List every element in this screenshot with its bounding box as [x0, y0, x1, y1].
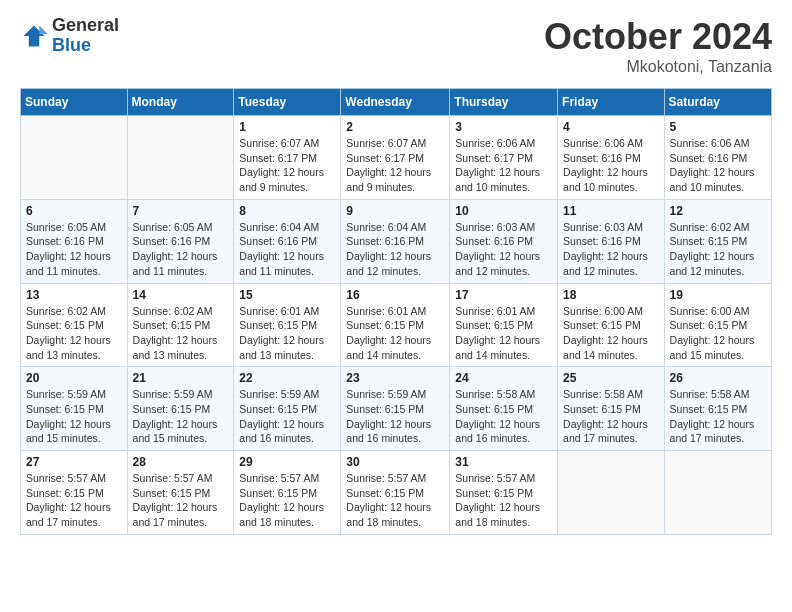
day-number: 25 [563, 371, 659, 385]
day-info: Sunrise: 5:59 AM Sunset: 6:15 PM Dayligh… [346, 387, 444, 446]
logo-general-text: General [52, 16, 119, 36]
day-info: Sunrise: 5:57 AM Sunset: 6:15 PM Dayligh… [133, 471, 229, 530]
day-info: Sunrise: 5:57 AM Sunset: 6:15 PM Dayligh… [26, 471, 122, 530]
calendar-body: 1Sunrise: 6:07 AM Sunset: 6:17 PM Daylig… [21, 116, 772, 535]
calendar-cell: 13Sunrise: 6:02 AM Sunset: 6:15 PM Dayli… [21, 283, 128, 367]
day-number: 12 [670, 204, 766, 218]
day-number: 30 [346, 455, 444, 469]
calendar-cell: 6Sunrise: 6:05 AM Sunset: 6:16 PM Daylig… [21, 199, 128, 283]
day-info: Sunrise: 6:01 AM Sunset: 6:15 PM Dayligh… [346, 304, 444, 363]
calendar-week-row: 6Sunrise: 6:05 AM Sunset: 6:16 PM Daylig… [21, 199, 772, 283]
calendar-cell: 8Sunrise: 6:04 AM Sunset: 6:16 PM Daylig… [234, 199, 341, 283]
day-info: Sunrise: 6:01 AM Sunset: 6:15 PM Dayligh… [455, 304, 552, 363]
day-number: 27 [26, 455, 122, 469]
location-title: Mkokotoni, Tanzania [544, 58, 772, 76]
day-info: Sunrise: 6:00 AM Sunset: 6:15 PM Dayligh… [563, 304, 659, 363]
calendar-cell [664, 451, 771, 535]
day-number: 22 [239, 371, 335, 385]
title-block: October 2024 Mkokotoni, Tanzania [544, 16, 772, 76]
day-info: Sunrise: 6:05 AM Sunset: 6:16 PM Dayligh… [26, 220, 122, 279]
day-info: Sunrise: 5:57 AM Sunset: 6:15 PM Dayligh… [346, 471, 444, 530]
day-number: 21 [133, 371, 229, 385]
day-info: Sunrise: 6:07 AM Sunset: 6:17 PM Dayligh… [346, 136, 444, 195]
calendar-cell [21, 116, 128, 200]
calendar-cell: 10Sunrise: 6:03 AM Sunset: 6:16 PM Dayli… [450, 199, 558, 283]
day-number: 18 [563, 288, 659, 302]
weekday-row: SundayMondayTuesdayWednesdayThursdayFrid… [21, 89, 772, 116]
day-info: Sunrise: 5:59 AM Sunset: 6:15 PM Dayligh… [133, 387, 229, 446]
calendar-cell: 4Sunrise: 6:06 AM Sunset: 6:16 PM Daylig… [558, 116, 665, 200]
calendar-cell: 2Sunrise: 6:07 AM Sunset: 6:17 PM Daylig… [341, 116, 450, 200]
day-info: Sunrise: 6:07 AM Sunset: 6:17 PM Dayligh… [239, 136, 335, 195]
day-number: 20 [26, 371, 122, 385]
calendar-cell: 12Sunrise: 6:02 AM Sunset: 6:15 PM Dayli… [664, 199, 771, 283]
logo-blue-text: Blue [52, 36, 119, 56]
day-number: 15 [239, 288, 335, 302]
day-info: Sunrise: 6:02 AM Sunset: 6:15 PM Dayligh… [26, 304, 122, 363]
day-info: Sunrise: 6:02 AM Sunset: 6:15 PM Dayligh… [133, 304, 229, 363]
day-number: 8 [239, 204, 335, 218]
day-number: 24 [455, 371, 552, 385]
calendar-cell [127, 116, 234, 200]
day-number: 19 [670, 288, 766, 302]
day-number: 11 [563, 204, 659, 218]
weekday-header: Monday [127, 89, 234, 116]
calendar-week-row: 20Sunrise: 5:59 AM Sunset: 6:15 PM Dayli… [21, 367, 772, 451]
day-number: 1 [239, 120, 335, 134]
logo-text: General Blue [52, 16, 119, 56]
day-info: Sunrise: 6:01 AM Sunset: 6:15 PM Dayligh… [239, 304, 335, 363]
calendar-cell: 16Sunrise: 6:01 AM Sunset: 6:15 PM Dayli… [341, 283, 450, 367]
day-number: 4 [563, 120, 659, 134]
calendar-cell: 5Sunrise: 6:06 AM Sunset: 6:16 PM Daylig… [664, 116, 771, 200]
day-number: 17 [455, 288, 552, 302]
day-number: 10 [455, 204, 552, 218]
weekday-header: Sunday [21, 89, 128, 116]
day-info: Sunrise: 5:58 AM Sunset: 6:15 PM Dayligh… [455, 387, 552, 446]
day-number: 5 [670, 120, 766, 134]
weekday-header: Tuesday [234, 89, 341, 116]
calendar-cell: 25Sunrise: 5:58 AM Sunset: 6:15 PM Dayli… [558, 367, 665, 451]
day-number: 13 [26, 288, 122, 302]
day-number: 3 [455, 120, 552, 134]
logo: General Blue [20, 16, 119, 56]
day-number: 31 [455, 455, 552, 469]
weekday-header: Wednesday [341, 89, 450, 116]
page-header: General Blue October 2024 Mkokotoni, Tan… [20, 16, 772, 76]
day-number: 6 [26, 204, 122, 218]
day-info: Sunrise: 6:06 AM Sunset: 6:16 PM Dayligh… [563, 136, 659, 195]
day-info: Sunrise: 5:59 AM Sunset: 6:15 PM Dayligh… [26, 387, 122, 446]
calendar-week-row: 1Sunrise: 6:07 AM Sunset: 6:17 PM Daylig… [21, 116, 772, 200]
logo-icon [20, 22, 48, 50]
day-number: 14 [133, 288, 229, 302]
day-number: 2 [346, 120, 444, 134]
day-number: 28 [133, 455, 229, 469]
svg-marker-1 [39, 25, 48, 34]
weekday-header: Saturday [664, 89, 771, 116]
day-info: Sunrise: 6:00 AM Sunset: 6:15 PM Dayligh… [670, 304, 766, 363]
calendar-cell: 1Sunrise: 6:07 AM Sunset: 6:17 PM Daylig… [234, 116, 341, 200]
month-title: October 2024 [544, 16, 772, 58]
day-info: Sunrise: 6:03 AM Sunset: 6:16 PM Dayligh… [455, 220, 552, 279]
day-info: Sunrise: 6:06 AM Sunset: 6:17 PM Dayligh… [455, 136, 552, 195]
day-info: Sunrise: 5:59 AM Sunset: 6:15 PM Dayligh… [239, 387, 335, 446]
calendar-cell: 22Sunrise: 5:59 AM Sunset: 6:15 PM Dayli… [234, 367, 341, 451]
day-info: Sunrise: 5:58 AM Sunset: 6:15 PM Dayligh… [563, 387, 659, 446]
day-number: 16 [346, 288, 444, 302]
calendar-cell: 31Sunrise: 5:57 AM Sunset: 6:15 PM Dayli… [450, 451, 558, 535]
calendar-cell: 3Sunrise: 6:06 AM Sunset: 6:17 PM Daylig… [450, 116, 558, 200]
day-number: 26 [670, 371, 766, 385]
calendar-cell: 30Sunrise: 5:57 AM Sunset: 6:15 PM Dayli… [341, 451, 450, 535]
day-info: Sunrise: 5:57 AM Sunset: 6:15 PM Dayligh… [239, 471, 335, 530]
day-info: Sunrise: 6:05 AM Sunset: 6:16 PM Dayligh… [133, 220, 229, 279]
calendar-cell: 11Sunrise: 6:03 AM Sunset: 6:16 PM Dayli… [558, 199, 665, 283]
day-number: 9 [346, 204, 444, 218]
calendar-cell: 28Sunrise: 5:57 AM Sunset: 6:15 PM Dayli… [127, 451, 234, 535]
weekday-header: Friday [558, 89, 665, 116]
calendar-cell: 29Sunrise: 5:57 AM Sunset: 6:15 PM Dayli… [234, 451, 341, 535]
calendar-cell: 15Sunrise: 6:01 AM Sunset: 6:15 PM Dayli… [234, 283, 341, 367]
day-info: Sunrise: 6:04 AM Sunset: 6:16 PM Dayligh… [239, 220, 335, 279]
calendar-header: SundayMondayTuesdayWednesdayThursdayFrid… [21, 89, 772, 116]
calendar-cell: 9Sunrise: 6:04 AM Sunset: 6:16 PM Daylig… [341, 199, 450, 283]
day-info: Sunrise: 5:57 AM Sunset: 6:15 PM Dayligh… [455, 471, 552, 530]
day-number: 29 [239, 455, 335, 469]
